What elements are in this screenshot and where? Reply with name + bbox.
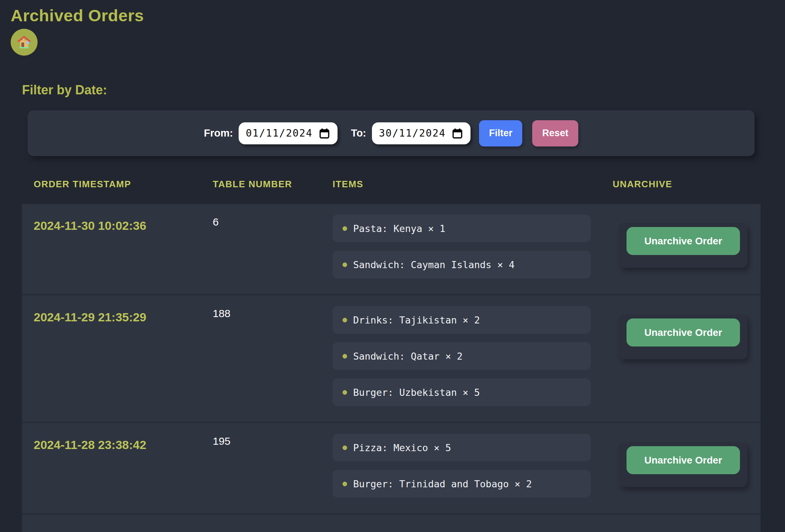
table-number: 188 (213, 295, 333, 406)
item-text: Drinks: Tajikistan × 2 (353, 315, 480, 326)
reset-button[interactable]: Reset (532, 120, 578, 146)
table-number: 195 (213, 423, 333, 498)
page-title: Archived Orders (11, 6, 785, 25)
bullet-icon (343, 354, 347, 359)
order-timestamp: 2024-11-28 23:38:42 (34, 423, 213, 498)
orders-table-body: 2024-11-30 10:02:36 6 Pasta: Kenya × 1 S… (22, 204, 761, 515)
list-item: Sandwich: Qatar × 2 (333, 342, 591, 370)
table-header-row: ORDER TIMESTAMP TABLE NUMBER ITEMS UNARC… (22, 156, 785, 204)
list-item: Sandwich: Cayman Islands × 4 (333, 251, 591, 278)
item-text: Sandwich: Qatar × 2 (353, 351, 463, 362)
table-row: 2024-11-29 21:35:29 188 Drinks: Tajikist… (22, 295, 761, 423)
item-text: Pasta: Kenya × 1 (353, 223, 445, 234)
house-icon (16, 34, 32, 51)
bullet-icon (343, 390, 347, 395)
unarchive-cell: Unarchive Order (619, 423, 761, 498)
home-button[interactable] (11, 29, 38, 56)
items-list: Pizza: Mexico × 5 Burger: Trinidad and T… (333, 423, 619, 498)
list-item: Pasta: Kenya × 1 (333, 215, 591, 242)
item-text: Burger: Uzbekistan × 5 (353, 387, 480, 398)
table-row: 2024-11-28 23:38:42 195 Pizza: Mexico × … (22, 423, 761, 515)
bullet-icon (343, 482, 347, 486)
header-order-timestamp: ORDER TIMESTAMP (34, 179, 213, 190)
items-list: Pasta: Kenya × 1 Sandwich: Cayman Island… (333, 204, 619, 278)
unarchive-order-button[interactable]: Unarchive Order (627, 227, 740, 255)
calendar-icon[interactable] (318, 127, 330, 139)
item-text: Burger: Trinidad and Tobago × 2 (353, 478, 532, 489)
unarchive-button-backdrop: Unarchive Order (619, 223, 747, 268)
unarchive-order-button[interactable]: Unarchive Order (627, 318, 740, 347)
order-timestamp: 2024-11-29 21:35:29 (34, 295, 213, 406)
unarchive-cell: Unarchive Order (619, 295, 761, 406)
from-label: From: (204, 127, 233, 139)
to-label: To: (351, 127, 366, 139)
unarchive-button-backdrop: Unarchive Order (619, 315, 747, 359)
partial-next-row (22, 515, 761, 532)
archived-orders-page: Archived Orders Filter by Date: From: 01… (0, 0, 785, 532)
from-date-input[interactable]: 01/11/2024 (239, 122, 338, 144)
list-item: Pizza: Mexico × 5 (333, 434, 591, 461)
header-items: ITEMS (333, 179, 613, 190)
list-item: Burger: Uzbekistan × 5 (333, 378, 591, 406)
items-list: Drinks: Tajikistan × 2 Sandwich: Qatar ×… (333, 295, 619, 406)
unarchive-cell: Unarchive Order (619, 204, 761, 278)
header-unarchive: UNARCHIVE (613, 179, 785, 190)
bullet-icon (343, 226, 347, 231)
unarchive-button-backdrop: Unarchive Order (619, 442, 747, 487)
filter-panel: From: 01/11/2024 To: 30/11/2024 (28, 110, 755, 156)
filter-button[interactable]: Filter (479, 120, 522, 146)
order-timestamp: 2024-11-30 10:02:36 (34, 204, 213, 278)
header-table-number: TABLE NUMBER (213, 179, 333, 190)
to-date-value: 30/11/2024 (379, 127, 446, 139)
filter-by-date-heading: Filter by Date: (22, 83, 785, 98)
unarchive-order-button[interactable]: Unarchive Order (627, 446, 740, 474)
bullet-icon (343, 445, 347, 450)
bullet-icon (343, 262, 347, 267)
list-item: Burger: Trinidad and Tobago × 2 (333, 470, 591, 498)
table-number: 6 (213, 204, 333, 278)
calendar-icon[interactable] (451, 127, 463, 139)
item-text: Pizza: Mexico × 5 (353, 442, 451, 453)
from-date-value: 01/11/2024 (246, 127, 313, 139)
to-date-input[interactable]: 30/11/2024 (372, 122, 471, 144)
list-item: Drinks: Tajikistan × 2 (333, 306, 591, 334)
table-row: 2024-11-30 10:02:36 6 Pasta: Kenya × 1 S… (22, 204, 761, 295)
item-text: Sandwich: Cayman Islands × 4 (353, 259, 514, 270)
bullet-icon (343, 318, 347, 322)
